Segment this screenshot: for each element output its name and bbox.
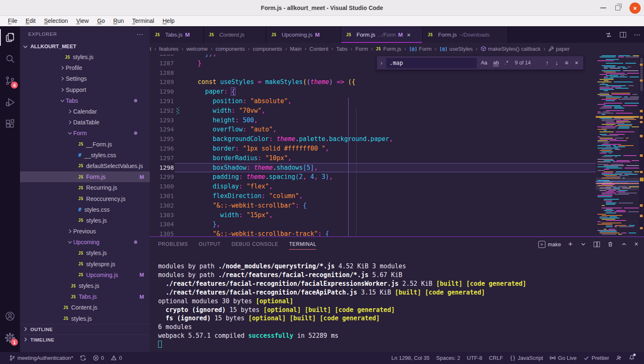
tree-file-styles.js[interactable]: JSstyles.js	[20, 280, 150, 291]
breadcrumb-usestyles[interactable]: [@]useStyles	[439, 46, 473, 52]
tree-file-Content.js[interactable]: JSContent.js	[20, 302, 150, 313]
code-line-1289[interactable]: 1289const useStyles = makeStyles((theme)…	[150, 77, 644, 87]
tree-folder-Support[interactable]: Support	[20, 84, 150, 95]
editor-more-icon[interactable]: ⋯	[634, 31, 641, 39]
minimap[interactable]	[596, 54, 639, 236]
tree-folder-DataTable[interactable]: DataTable	[20, 117, 150, 128]
find-next-icon[interactable]: ↓	[555, 59, 558, 66]
status-prettier[interactable]: Prettier	[580, 352, 612, 364]
overview-ruler[interactable]	[639, 54, 644, 236]
menu-view[interactable]: View	[72, 16, 92, 27]
tab-Upcoming.js[interactable]: JSUpcoming.jsM	[266, 27, 341, 43]
menu-go[interactable]: Go	[93, 16, 109, 27]
breadcrumb-welcome[interactable]: welcome	[186, 46, 208, 52]
menu-terminal[interactable]: Terminal	[129, 16, 158, 27]
menu-file[interactable]: File	[4, 16, 21, 27]
tree-folder-Form[interactable]: Form	[20, 128, 150, 139]
minimap-viewport[interactable]	[596, 178, 639, 190]
new-terminal-icon[interactable]: +	[568, 240, 573, 249]
code-line-1293[interactable]: 1293 height: 500,	[150, 116, 644, 125]
open-changes-icon[interactable]	[605, 31, 612, 39]
status-bell[interactable]	[625, 352, 638, 364]
tree-file-__Form.js[interactable]: JS__Form.js	[20, 139, 150, 150]
breadcrumb-form[interactable]: Form	[355, 46, 368, 52]
tree-file-stylespre.js[interactable]: JSstylespre.js	[20, 259, 150, 270]
code-line-1292[interactable]: 1292 width: "70vw",	[150, 106, 644, 116]
terminal-output[interactable]: modules by path ./node_modules/querystri…	[158, 262, 640, 349]
code-line-1295[interactable]: 1295 backgroundColor: theme.palette.back…	[150, 134, 644, 144]
panel-tab-terminal[interactable]: TERMINAL	[289, 237, 316, 251]
split-terminal-icon[interactable]	[594, 242, 600, 247]
tree-folder-Previous[interactable]: Previous	[20, 226, 150, 237]
section-outline[interactable]: OUTLINE	[20, 324, 150, 334]
panel-tab-problems[interactable]: PROBLEMS	[158, 237, 188, 251]
find-expand-icon[interactable]: ›	[377, 56, 386, 69]
status-go-live[interactable]: Go Live	[546, 352, 580, 364]
terminal-shell-picker[interactable]: > make	[538, 241, 561, 248]
split-editor-icon[interactable]	[620, 32, 626, 37]
tree-file-styles.js[interactable]: JSstyles.js	[20, 313, 150, 324]
code-line-1300[interactable]: 1300 display: "flex",	[150, 182, 644, 191]
code-line-1302[interactable]: 1302 "&::-webkit-scrollbar": {	[150, 201, 644, 210]
panel-tab-debug-console[interactable]: DEBUG CONSOLE	[231, 237, 278, 251]
activity-source-control-icon[interactable]: 4	[0, 70, 20, 92]
tree-file-Form.js[interactable]: JSForm.jsM	[20, 171, 150, 182]
breadcrumb-t[interactable]: t	[150, 46, 151, 52]
code-line-1305[interactable]: 1305 "&::-webkit-scrollbar-track": {	[150, 229, 644, 236]
breadcrumb-makestyles-callback[interactable]: makeStyles() callback	[481, 46, 540, 52]
match-case-toggle[interactable]: Aa	[481, 60, 487, 66]
tree-file-styles.js[interactable]: JSstyles.js	[20, 215, 150, 226]
status-ln-1298-col-35[interactable]: Ln 1298, Col 35	[388, 352, 433, 364]
workspace-root[interactable]: ALLKOURT_MEET	[20, 42, 150, 52]
tree-file-Tabs.js[interactable]: JSTabs.jsM	[20, 291, 150, 302]
tree-file-Recurring.js[interactable]: JSRecurring.js	[20, 182, 150, 193]
breadcrumb-content[interactable]: Content	[310, 46, 329, 52]
activity-extensions-icon[interactable]	[0, 113, 20, 135]
regex-toggle[interactable]: .*	[505, 60, 508, 66]
code-line-1304[interactable]: 1304 },	[150, 220, 644, 229]
status-javascript[interactable]: {}JavaScript	[506, 352, 546, 364]
find-close-icon[interactable]: ×	[575, 59, 578, 66]
status-person-add[interactable]	[612, 352, 625, 364]
tree-folder-Tabs[interactable]: Tabs	[20, 95, 150, 106]
activity-run-debug-icon[interactable]	[0, 92, 20, 113]
breadcrumb-components[interactable]: components	[215, 46, 245, 52]
activity-account-icon[interactable]	[0, 305, 20, 327]
code-line-1297[interactable]: 1297 borderRadius: "10px",	[150, 154, 644, 163]
panel-tab-output[interactable]: OUTPUT	[199, 237, 221, 251]
activity-settings-icon[interactable]: 1	[0, 327, 20, 349]
section-timeline[interactable]: TIMELINE	[20, 334, 150, 345]
activity-explorer-icon[interactable]	[0, 27, 20, 48]
tree-file-__styles.css[interactable]: #__styles.css	[20, 150, 150, 161]
code-editor[interactable]: 1286 }),1287}12881289const useStyles = m…	[150, 54, 644, 236]
tree-folder-Calendar[interactable]: Calendar	[20, 106, 150, 117]
breadcrumb-paper[interactable]: paper	[548, 46, 570, 52]
menu-selection[interactable]: Selection	[40, 16, 72, 27]
tree-file-styles.js[interactable]: JSstyles.js	[20, 52, 150, 62]
menu-edit[interactable]: Edit	[22, 16, 40, 27]
explorer-more-icon[interactable]: ⋯	[136, 30, 144, 38]
status-sync[interactable]	[77, 352, 89, 364]
tab-Tabs.js[interactable]: JSTabs.jsM	[150, 27, 204, 43]
code-line-1299[interactable]: 1299 padding: theme.spacing(2, 4, 3),	[150, 172, 644, 182]
tree-folder-Upcoming[interactable]: Upcoming	[20, 237, 150, 248]
status-0[interactable]: 0	[107, 352, 125, 364]
code-line-1301[interactable]: 1301 flexDirection: "column",	[150, 191, 644, 201]
tab-Content.js[interactable]: JSContent.js	[204, 27, 266, 43]
status-utf-8[interactable]: UTF-8	[463, 352, 485, 364]
tree-folder-Settings[interactable]: Settings	[20, 73, 150, 84]
menu-run[interactable]: Run	[109, 16, 128, 27]
close-tab-icon[interactable]: ×	[407, 31, 411, 38]
code-line-1298[interactable]: 1298 boxShadow: theme.shadows[5],	[150, 163, 644, 173]
breadcrumb-tabs[interactable]: Tabs	[336, 46, 347, 52]
code-line-1290[interactable]: 1290 paper: {	[150, 87, 644, 97]
tree-file-Upcoming.js[interactable]: JSUpcoming.jsM	[20, 270, 150, 280]
code-line-1303[interactable]: 1303 width: "15px",	[150, 210, 644, 220]
status-meetingauthentication-[interactable]: meetingAuthentication*	[6, 352, 77, 364]
trash-icon[interactable]	[607, 241, 614, 248]
close-icon[interactable]: ×	[629, 2, 641, 14]
activity-search-icon[interactable]	[0, 48, 20, 70]
breadcrumb-form[interactable]: [@]Form	[409, 46, 431, 52]
status-crlf[interactable]: CRLF	[485, 352, 506, 364]
status-0[interactable]: 0	[89, 352, 107, 364]
